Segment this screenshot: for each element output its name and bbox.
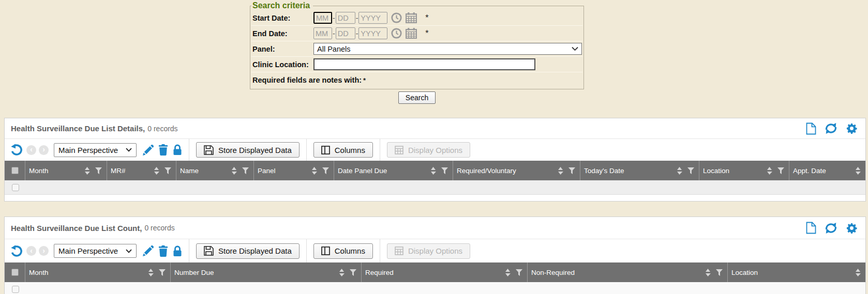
sort-icon[interactable] [505, 269, 511, 276]
required-asterisk: * [425, 29, 428, 38]
column-header-month[interactable]: Month [25, 161, 107, 180]
panel-select[interactable]: All Panels [313, 43, 582, 55]
columns-button[interactable]: Columns [313, 243, 373, 259]
store-displayed-data-button[interactable]: Store Displayed Data [196, 142, 300, 158]
column-header-date-panel-due[interactable]: Date Panel Due [334, 161, 453, 180]
sort-icon[interactable] [558, 167, 563, 175]
delete-trash-icon[interactable] [158, 144, 168, 156]
calendar-icon[interactable] [406, 28, 417, 39]
select-all-checkbox[interactable] [11, 269, 19, 276]
search-button[interactable]: Search [398, 91, 436, 104]
sort-icon[interactable] [855, 269, 861, 276]
sort-icon[interactable] [430, 167, 436, 175]
search-criteria-fieldset: Search criteria Start Date: - - * End Da… [250, 1, 584, 89]
gear-icon[interactable] [846, 222, 858, 234]
start-date-label: Start Date: [252, 14, 313, 22]
row-checkbox[interactable] [12, 184, 19, 191]
filter-icon[interactable] [242, 167, 249, 174]
required-asterisk: * [425, 13, 428, 23]
sort-icon[interactable] [84, 167, 90, 175]
clinic-location-label: Clinic Location: [252, 60, 313, 69]
due-list-count-header-row: Month Number Due Required Non-Required L… [5, 262, 865, 282]
store-displayed-data-button[interactable]: Store Displayed Data [196, 243, 300, 259]
column-label: Location [731, 269, 758, 276]
column-header-todays-date[interactable]: Today's Date [580, 161, 699, 180]
required-note-row: Required fields are notes with: * [251, 72, 582, 88]
filter-icon[interactable] [568, 167, 575, 174]
clock-icon[interactable] [391, 12, 402, 23]
column-header-panel[interactable]: Panel [254, 161, 334, 180]
column-header-required[interactable]: Required [362, 262, 528, 282]
column-label: Required/Voluntary [457, 167, 516, 175]
column-header-mr[interactable]: MR# [107, 161, 176, 180]
gear-icon[interactable] [846, 122, 858, 134]
save-floppy-icon [204, 246, 214, 256]
perspective-select[interactable]: Main Perspective [54, 244, 137, 258]
sort-icon[interactable] [855, 167, 861, 175]
clinic-location-input[interactable] [313, 58, 535, 70]
columns-icon [321, 246, 330, 255]
sort-icon[interactable] [705, 269, 711, 276]
date-separator: - [356, 29, 358, 38]
select-all-checkbox[interactable] [11, 167, 19, 174]
columns-icon [321, 146, 330, 154]
filter-icon[interactable] [159, 269, 166, 276]
column-header-appt-date[interactable]: Appt. Date [789, 161, 865, 180]
column-header-month[interactable]: Month [25, 262, 171, 282]
columns-button[interactable]: Columns [313, 142, 373, 158]
column-label: Appt. Date [793, 167, 826, 175]
display-options-label: Display Options [408, 246, 462, 255]
display-options-button: Display Options [387, 142, 470, 158]
filter-icon[interactable] [350, 269, 356, 276]
sort-icon[interactable] [148, 269, 154, 276]
sort-icon[interactable] [339, 269, 345, 276]
store-displayed-data-label: Store Displayed Data [218, 246, 292, 255]
end-date-year-input[interactable] [358, 27, 387, 39]
column-header-non-required[interactable]: Non-Required [528, 262, 728, 282]
end-date-label: End Date: [252, 29, 313, 38]
page-title: Health Surveillance Due List Count, [11, 224, 142, 233]
column-header-required-voluntary[interactable]: Required/Voluntary [453, 161, 580, 180]
filter-icon[interactable] [516, 269, 522, 276]
undo-icon[interactable] [10, 144, 23, 156]
new-document-icon[interactable] [806, 122, 816, 135]
lock-icon[interactable] [173, 144, 182, 156]
edit-pencil-icon[interactable] [143, 245, 154, 256]
column-label: Location [703, 167, 729, 175]
refresh-icon[interactable] [825, 222, 837, 234]
filter-icon[interactable] [777, 167, 784, 174]
filter-icon[interactable] [164, 167, 171, 174]
end-date-day-input[interactable] [336, 27, 355, 39]
sort-icon[interactable] [677, 167, 682, 175]
new-document-icon[interactable] [806, 222, 816, 234]
chevron-down-icon [572, 47, 578, 51]
column-header-location[interactable]: Location [728, 262, 865, 282]
filter-icon[interactable] [441, 167, 448, 174]
filter-icon[interactable] [322, 167, 329, 174]
columns-button-label: Columns [335, 146, 365, 154]
delete-trash-icon[interactable] [158, 245, 168, 257]
sort-icon[interactable] [154, 167, 159, 175]
column-header-name[interactable]: Name [176, 161, 254, 180]
start-date-month-input[interactable] [313, 12, 332, 24]
clock-icon[interactable] [391, 28, 402, 39]
calendar-icon[interactable] [406, 12, 417, 23]
edit-pencil-icon[interactable] [143, 145, 154, 156]
perspective-select[interactable]: Main Perspective [54, 143, 137, 157]
column-label: Month [29, 167, 49, 175]
filter-icon[interactable] [95, 167, 102, 174]
sort-icon[interactable] [767, 167, 772, 175]
filter-icon[interactable] [687, 167, 694, 174]
start-date-year-input[interactable] [358, 12, 387, 24]
start-date-day-input[interactable] [336, 12, 355, 24]
column-header-number-due[interactable]: Number Due [171, 262, 362, 282]
end-date-month-input[interactable] [313, 27, 332, 39]
refresh-icon[interactable] [825, 122, 837, 134]
sort-icon[interactable] [231, 167, 237, 175]
row-checkbox[interactable] [12, 286, 19, 293]
sort-icon[interactable] [311, 167, 317, 175]
column-header-location[interactable]: Location [699, 161, 789, 180]
undo-icon[interactable] [10, 245, 23, 257]
lock-icon[interactable] [173, 245, 182, 257]
filter-icon[interactable] [716, 269, 723, 276]
